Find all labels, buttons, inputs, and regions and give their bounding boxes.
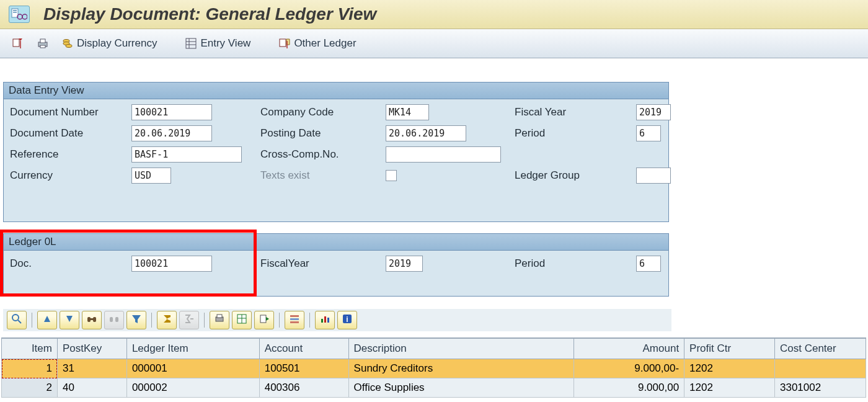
doc-label: Doc. [10,257,131,270]
export-button[interactable] [254,311,274,329]
entry-view-button[interactable]: Entry View [182,35,253,51]
print-preview-button[interactable] [210,311,229,329]
graphic-button[interactable] [315,311,335,329]
svg-rect-32 [290,318,299,320]
svg-point-12 [66,45,72,48]
sort-asc-button[interactable] [37,311,57,329]
table-row[interactable]: 240000002400306Office Supplies9.000,0012… [2,378,866,398]
document-number-field[interactable] [131,104,212,120]
sum-button[interactable] [157,311,177,329]
col-account[interactable]: Account [259,339,348,359]
toolbar: Display Currency Entry View Other Ledger [0,29,868,58]
change-display-button[interactable] [9,35,27,51]
reference-label: Reference [10,148,131,161]
ledger-group-field[interactable] [636,168,671,184]
col-item[interactable]: Item [2,339,58,359]
ledger-period-label: Period [515,257,636,270]
col-postkey[interactable]: PostKey [57,339,126,359]
details-button[interactable] [7,311,27,329]
ledger-fiscalyear-field[interactable] [386,256,423,272]
currency-label: Currency [10,169,131,182]
line-items-table[interactable]: Item PostKey Ledger Item Account Descrip… [1,337,866,398]
company-code-label: Company Code [260,106,386,118]
ledger-fiscalyear-label: FiscalYear [260,257,386,270]
cell-description[interactable]: Sundry Creditors [348,359,574,378]
cell-account[interactable]: 400306 [259,378,348,398]
cell-profit-ctr[interactable]: 1202 [684,378,775,398]
doc-field[interactable] [131,256,212,272]
svg-rect-9 [40,45,45,48]
col-cost-center[interactable]: Cost Center [775,339,866,359]
svg-rect-21 [93,317,96,322]
reference-field[interactable] [131,146,242,163]
svg-rect-13 [186,38,196,48]
svg-line-19 [18,320,21,323]
table-row[interactable]: 131000001100501Sundry Creditors9.000,00-… [2,359,866,378]
svg-rect-23 [110,317,113,322]
cell-postkey[interactable]: 40 [57,378,126,398]
page-title: Display Document: General Ledger View [43,4,376,24]
entry-view-label: Entry View [200,37,250,50]
ledger-group-title: Ledger 0L [4,234,668,251]
display-currency-label: Display Currency [77,37,157,50]
excel-button[interactable] [232,311,252,329]
binoculars-next-icon [108,313,120,327]
col-amount[interactable]: Amount [574,339,684,359]
find-button[interactable] [82,311,102,329]
svg-rect-2 [13,12,17,13]
currency-stack-icon [61,37,74,50]
cell-amount[interactable]: 9.000,00 [574,378,684,398]
other-ledger-label: Other Ledger [294,37,356,50]
cell-cost-center[interactable] [775,359,866,378]
currency-field[interactable] [131,168,171,184]
svg-text:i: i [346,315,348,324]
export-icon [259,313,270,327]
cell-amount[interactable]: 9.000,00- [574,359,684,378]
svg-rect-35 [324,316,326,323]
fiscal-year-field[interactable] [636,104,671,120]
cell-cost-center[interactable]: 3301002 [775,378,866,398]
texts-exist-checkbox[interactable] [386,170,397,181]
texts-exist-label: Texts exist [260,169,386,182]
col-ledger-item[interactable]: Ledger Item [126,339,259,359]
layout-icon [289,313,300,327]
cell-ledger-item[interactable]: 000001 [126,359,259,378]
sort-desc-button[interactable] [60,311,79,329]
chart-icon [319,313,330,327]
ledger-group: Ledger 0L Doc. FiscalYear Period [3,233,669,297]
cell-description[interactable]: Office Supplies [348,378,574,398]
filter-button[interactable] [126,311,146,329]
cross-comp-no-field[interactable] [386,146,501,163]
col-profit-ctr[interactable]: Profit Ctr [684,339,775,359]
svg-rect-30 [260,315,266,323]
info-button[interactable]: i [337,311,357,329]
print-button[interactable] [33,35,52,51]
cell-item[interactable]: 2 [2,378,58,398]
svg-rect-34 [321,319,323,323]
sigma-icon [161,313,172,327]
col-description[interactable]: Description [348,339,574,359]
cell-profit-ctr[interactable]: 1202 [684,359,775,378]
company-code-field[interactable] [386,104,429,120]
svg-rect-17 [280,39,286,47]
period-field[interactable] [636,125,661,141]
document-date-field[interactable] [131,125,212,141]
other-ledger-icon [278,37,291,50]
svg-rect-33 [290,321,299,323]
cell-item[interactable]: 1 [2,359,58,378]
other-ledger-button[interactable]: Other Ledger [275,35,358,51]
svg-rect-1 [13,10,17,11]
display-currency-button[interactable]: Display Currency [58,35,159,51]
cell-account[interactable]: 100501 [259,359,348,378]
svg-rect-26 [217,315,222,318]
svg-rect-22 [91,318,93,320]
funnel-icon [131,313,142,327]
ledger-period-field[interactable] [636,256,661,272]
cell-postkey[interactable]: 31 [57,359,126,378]
sort-asc-icon [42,313,53,327]
cell-ledger-item[interactable]: 000002 [126,378,259,398]
document-glasses-icon [9,6,30,23]
print-preview-icon [214,313,225,327]
layout-button[interactable] [285,311,304,329]
posting-date-field[interactable] [386,125,466,141]
